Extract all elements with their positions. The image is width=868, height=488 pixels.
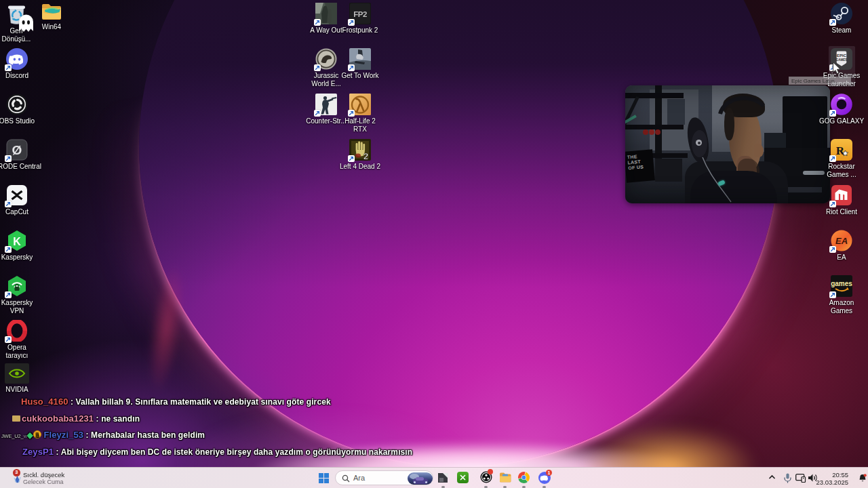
svg-text:K: K bbox=[13, 236, 21, 247]
svg-text:2: 2 bbox=[363, 151, 368, 161]
svg-text:games: games bbox=[831, 280, 852, 287]
svg-text:EA: EA bbox=[835, 236, 848, 246]
svg-text:Ø: Ø bbox=[12, 143, 22, 157]
svg-text:FP2: FP2 bbox=[353, 10, 367, 18]
